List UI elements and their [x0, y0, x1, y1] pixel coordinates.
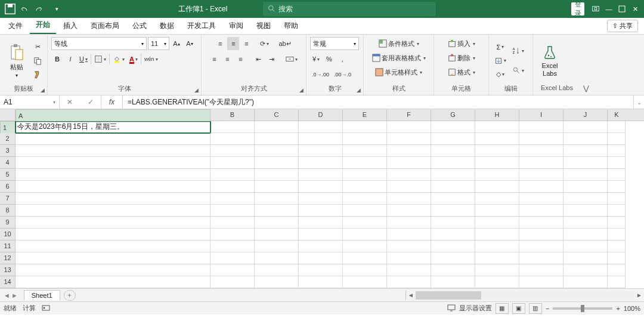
cell-K4[interactable] — [608, 157, 626, 169]
cell-G2[interactable] — [431, 133, 475, 145]
cell-D9[interactable] — [299, 217, 343, 229]
cell-G13[interactable] — [431, 264, 475, 276]
cell-I4[interactable] — [519, 157, 564, 169]
select-all-corner[interactable] — [0, 109, 16, 121]
row-header-10[interactable]: 10 — [0, 229, 16, 240]
cell-E4[interactable] — [343, 157, 387, 169]
cell-I2[interactable] — [519, 133, 564, 145]
cut-icon[interactable]: ✂ — [32, 41, 44, 54]
cell-D3[interactable] — [299, 145, 343, 157]
cell-H3[interactable] — [475, 145, 519, 157]
accounting-format-icon[interactable]: ¥ — [310, 53, 322, 66]
cell-A11[interactable] — [16, 240, 210, 252]
cell-H4[interactable] — [475, 157, 519, 169]
undo-icon[interactable] — [19, 2, 32, 16]
cell-I5[interactable] — [519, 169, 564, 181]
cell-H12[interactable] — [475, 252, 519, 264]
cell-G7[interactable] — [431, 193, 475, 205]
col-header-K[interactable]: K — [608, 109, 626, 121]
maximize-icon[interactable] — [615, 2, 628, 16]
row-header-3[interactable]: 3 — [0, 145, 16, 157]
cell-E13[interactable] — [343, 264, 387, 276]
cell-F8[interactable] — [387, 205, 431, 217]
cell-B12[interactable] — [210, 252, 255, 264]
cell-E10[interactable] — [343, 229, 387, 240]
format-painter-icon[interactable] — [32, 68, 44, 81]
col-header-A[interactable]: A — [16, 109, 210, 122]
cell-J11[interactable] — [564, 240, 608, 252]
sheet-nav-prev-icon[interactable]: ◄ — [4, 292, 10, 299]
cell-C1[interactable] — [255, 121, 299, 133]
copy-icon[interactable] — [32, 54, 44, 67]
cell-K5[interactable] — [608, 169, 626, 181]
paste-button[interactable]: 粘贴 ▾ — [4, 42, 29, 80]
col-header-C[interactable]: C — [255, 109, 299, 121]
cell-F10[interactable] — [387, 229, 431, 240]
cell-C8[interactable] — [255, 205, 299, 217]
cell-F13[interactable] — [387, 264, 431, 276]
insert-cells-button[interactable]: 插入 — [438, 37, 485, 50]
cell-G12[interactable] — [431, 252, 475, 264]
orientation-icon[interactable]: ⟳ — [258, 37, 271, 50]
delete-cells-button[interactable]: 删除 — [438, 51, 485, 64]
font-launcher-icon[interactable]: ◢ — [193, 87, 200, 94]
cell-G1[interactable] — [431, 121, 475, 133]
tab-formulas[interactable]: 公式 — [126, 18, 153, 34]
col-header-B[interactable]: B — [210, 109, 255, 121]
minimize-icon[interactable]: — — [602, 2, 615, 16]
cell-E5[interactable] — [343, 169, 387, 181]
sheet-tab-sheet1[interactable]: Sheet1 — [24, 290, 60, 300]
cell-B6[interactable] — [210, 181, 255, 193]
ribbon-collapse-icon[interactable]: ⋁ — [581, 35, 592, 95]
increase-indent-icon[interactable]: ⇥ — [266, 53, 278, 66]
cell-I1[interactable] — [519, 121, 564, 133]
align-right-icon[interactable]: ≡ — [235, 53, 247, 66]
decrease-font-icon[interactable]: A▾ — [184, 37, 196, 50]
cell-J4[interactable] — [564, 157, 608, 169]
scroll-left-icon[interactable]: ◄ — [406, 292, 416, 298]
cancel-formula-icon[interactable]: ✕ — [67, 98, 73, 106]
clear-icon[interactable]: ◇ — [493, 68, 508, 81]
bold-button[interactable]: B — [51, 53, 63, 66]
cell-I13[interactable] — [519, 264, 564, 276]
cell-A10[interactable] — [16, 229, 210, 240]
align-middle-icon[interactable]: ≡ — [227, 37, 239, 50]
cell-I10[interactable] — [519, 229, 564, 240]
conditional-format-button[interactable]: 条件格式 — [367, 37, 430, 50]
cell-I6[interactable] — [519, 181, 564, 193]
cell-I3[interactable] — [519, 145, 564, 157]
cell-E1[interactable] — [343, 121, 387, 133]
zoom-level[interactable]: 100% — [624, 305, 640, 312]
cell-A7[interactable] — [16, 193, 210, 205]
font-size-select[interactable]: 11▾ — [148, 37, 169, 50]
cell-B5[interactable] — [210, 169, 255, 181]
cell-A8[interactable] — [16, 205, 210, 217]
cell-K9[interactable] — [608, 217, 626, 229]
cell-G4[interactable] — [431, 157, 475, 169]
cell-K7[interactable] — [608, 193, 626, 205]
format-cells-button[interactable]: 格式 — [438, 66, 485, 79]
scroll-right-icon[interactable]: ► — [634, 292, 644, 298]
cell-D8[interactable] — [299, 205, 343, 217]
cell-D1[interactable] — [299, 121, 343, 133]
cell-K10[interactable] — [608, 229, 626, 240]
cell-J1[interactable] — [564, 121, 608, 133]
cell-styles-button[interactable]: 单元格样式 — [367, 66, 430, 79]
increase-decimal-icon[interactable]: .0→.00 — [310, 68, 331, 81]
cell-B4[interactable] — [210, 157, 255, 169]
cell-G10[interactable] — [431, 229, 475, 240]
tab-layout[interactable]: 页面布局 — [85, 18, 125, 34]
cell-C5[interactable] — [255, 169, 299, 181]
confirm-formula-icon[interactable]: ✓ — [88, 98, 94, 106]
number-launcher-icon[interactable]: ◢ — [355, 87, 362, 94]
tab-help[interactable]: 帮助 — [278, 18, 304, 34]
cell-I9[interactable] — [519, 217, 564, 229]
cell-J7[interactable] — [564, 193, 608, 205]
cell-G8[interactable] — [431, 205, 475, 217]
cell-H6[interactable] — [475, 181, 519, 193]
view-normal-icon[interactable]: ▦ — [496, 303, 509, 314]
wrap-text-icon[interactable]: ab↵ — [277, 37, 293, 50]
cell-D13[interactable] — [299, 264, 343, 276]
align-bottom-icon[interactable]: ≡ — [240, 37, 252, 50]
col-header-D[interactable]: D — [299, 109, 343, 121]
